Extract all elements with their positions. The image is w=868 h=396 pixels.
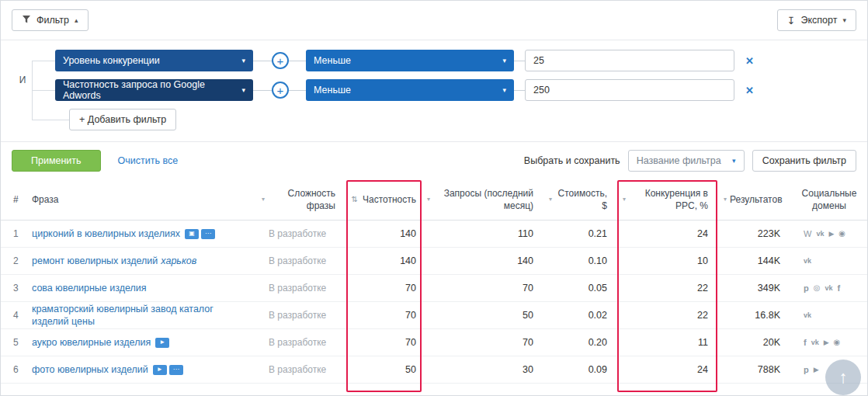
scroll-to-top-button[interactable]: ↑	[825, 360, 861, 395]
more-badge-icon[interactable]: ⋯	[169, 365, 183, 375]
column-header-results[interactable]: ▾ Результатов	[719, 179, 791, 220]
row-number: 3	[1, 275, 32, 301]
sort-caret-icon[interactable]: ▾	[549, 196, 552, 204]
ppc-cell: 22	[618, 302, 719, 328]
table-row: 1 цирконий в ювелирных изделиях ▣⋯ В раз…	[1, 221, 867, 248]
ok-icon[interactable]: ◉	[838, 230, 845, 238]
connector-line	[253, 61, 272, 61]
facebook-icon[interactable]: f	[804, 339, 807, 347]
connector-line	[514, 61, 525, 61]
frequency-cell: 140	[346, 248, 422, 274]
filter-name-placeholder: Название фильтра	[637, 155, 721, 166]
results-table: # Фраза ▾ Сложность фразы ⇅ Частотность …	[1, 179, 867, 384]
sort-caret-icon[interactable]: ▾	[724, 196, 727, 204]
save-filter-group: Выбрать и сохранить Название фильтра ▾ С…	[524, 150, 856, 172]
condition-connector-line	[32, 61, 55, 61]
add-condition-icon[interactable]: +	[272, 52, 289, 69]
sort-caret-icon[interactable]: ▾	[427, 196, 430, 204]
phrase-link[interactable]: фото ювелирных изделий	[32, 363, 148, 376]
frequency-cell: 140	[346, 221, 422, 247]
phrase-cell: сова ювелирные изделия	[32, 275, 257, 301]
ppc-cell: 11	[618, 329, 719, 356]
filter-name-select[interactable]: Название фильтра ▾	[628, 150, 745, 172]
vk-icon[interactable]: vk	[825, 285, 832, 292]
filter-toggle-button[interactable]: Фильтр ▴	[12, 9, 89, 31]
filter-field-select[interactable]: Уровень конкуренции ▾	[55, 50, 253, 71]
phrase-link[interactable]: аукро ювелирные изделия	[32, 336, 151, 349]
column-header-difficulty[interactable]: ▾ Сложность фразы	[257, 179, 346, 220]
facebook-icon[interactable]: f	[837, 284, 840, 293]
remove-filter-icon[interactable]: ✕	[745, 55, 754, 67]
filter-operator-select[interactable]: Меньше ▾	[306, 79, 514, 101]
export-button[interactable]: ↧ Экспорт ▾	[777, 9, 856, 31]
filter-value-input[interactable]	[525, 79, 734, 101]
download-icon: ↧	[787, 16, 796, 26]
filter-value-input[interactable]	[525, 50, 734, 71]
phrase-link[interactable]: сова ювелирные изделия	[32, 282, 147, 294]
phrase-cell: цирконий в ювелирных изделиях ▣⋯	[32, 221, 257, 247]
video-badge-icon[interactable]: ►	[155, 338, 169, 348]
condition-connector-label: И	[15, 73, 30, 87]
social-icons: vk	[791, 248, 867, 274]
more-badge-icon[interactable]: ⋯	[201, 229, 215, 239]
chevron-down-icon: ▾	[241, 57, 245, 64]
filter-operator-select[interactable]: Меньше ▾	[306, 50, 514, 71]
sort-caret-icon[interactable]: ▾	[262, 196, 265, 204]
vk-icon[interactable]: vk	[804, 258, 811, 265]
phrase-link[interactable]: ремонт ювелирных изделийхарьков	[32, 255, 196, 267]
difficulty-cell: В разработке	[257, 329, 346, 356]
vk-icon[interactable]: vk	[811, 339, 819, 346]
column-header-label: Результатов	[730, 193, 783, 206]
wikipedia-icon[interactable]: W	[804, 230, 811, 238]
difficulty-cell: В разработке	[257, 275, 346, 301]
results-cell: 144K	[719, 248, 791, 274]
export-label: Экспорт	[801, 15, 838, 26]
sort-arrows-icon[interactable]: ⇅	[352, 194, 358, 205]
add-condition-icon[interactable]: +	[272, 82, 289, 99]
column-header-ppc[interactable]: ▾ Конкуренция в PPC, %	[618, 179, 719, 220]
filter-field-value: Частотность запроса по Google Adwords	[63, 79, 235, 101]
row-number: 5	[1, 329, 32, 356]
pinterest-icon[interactable]: p	[804, 284, 809, 293]
filter-condition-row: Уровень конкуренции ▾ + Меньше ▾ ✕	[55, 50, 867, 71]
filter-field-select[interactable]: Частотность запроса по Google Adwords ▾	[55, 79, 253, 101]
add-filter-button[interactable]: + Добавить фильтр	[69, 109, 176, 130]
filter-operator-value: Меньше	[314, 55, 351, 66]
badge-group: ►⋯	[153, 365, 183, 375]
column-header-frequency[interactable]: ⇅ Частотность	[346, 179, 422, 220]
remove-filter-icon[interactable]: ✕	[745, 85, 754, 96]
youtube-icon[interactable]: ▶	[828, 231, 834, 238]
table-row: 6 фото ювелирных изделий ►⋯ В разработке…	[1, 356, 867, 384]
vk-icon[interactable]: vk	[804, 312, 811, 319]
youtube-icon[interactable]: ▶	[824, 339, 829, 346]
pinterest-icon[interactable]: p	[804, 366, 809, 374]
column-header-label: Частотность	[363, 193, 416, 206]
column-header-queries[interactable]: ▾ Запросы (последний месяц)	[422, 179, 544, 220]
phrase-text: цирконий в ювелирных изделиях	[32, 228, 180, 239]
toolbar: Фильтр ▴ ↧ Экспорт ▾	[1, 1, 867, 40]
cost-cell: 0.05	[544, 275, 618, 301]
sort-caret-icon[interactable]: ▾	[623, 196, 626, 204]
cost-cell: 0.10	[544, 248, 618, 274]
save-filter-button[interactable]: Сохранить фильтр	[752, 150, 856, 172]
frequency-cell: 70	[346, 275, 422, 301]
instagram-icon[interactable]: ◎	[814, 284, 821, 292]
chevron-down-icon: ▾	[842, 17, 846, 24]
condition-connector-line	[32, 90, 55, 91]
connector-line	[289, 90, 306, 91]
video-badge-icon[interactable]: ►	[153, 365, 167, 375]
ppc-cell: 22	[618, 275, 719, 301]
apply-button[interactable]: Применить	[12, 150, 101, 172]
clear-all-link[interactable]: Очистить все	[118, 155, 179, 166]
youtube-icon[interactable]: ▶	[814, 366, 819, 373]
vk-icon[interactable]: vk	[816, 231, 824, 238]
ppc-cell: 24	[618, 221, 719, 247]
phrase-link[interactable]: краматорский ювелирный завод каталог изд…	[32, 303, 251, 328]
phrase-link[interactable]: цирконий в ювелирных изделиях	[32, 228, 180, 240]
social-icons: vk	[791, 302, 867, 328]
column-header-cost[interactable]: ▾ Стоимость, $	[544, 179, 618, 220]
image-badge-icon[interactable]: ▣	[185, 229, 199, 239]
phrase-cell: ремонт ювелирных изделийхарьков	[32, 248, 257, 274]
ok-icon[interactable]: ◉	[834, 339, 841, 346]
column-header-label: Запросы (последний месяц)	[433, 187, 533, 212]
